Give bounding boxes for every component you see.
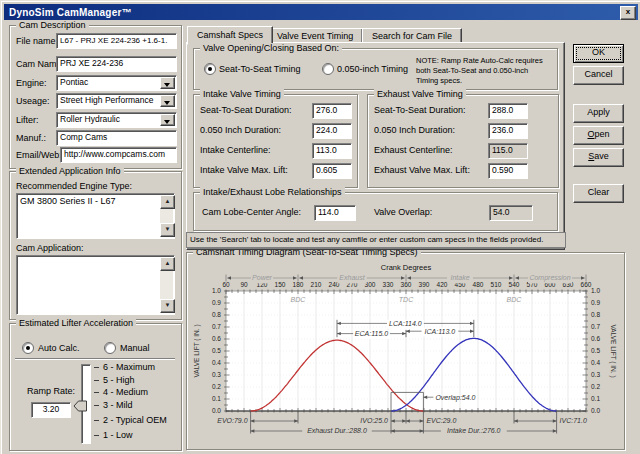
svg-text:0.7: 0.7 [212,323,221,330]
slider-scale-5: 5 - High [103,375,135,385]
exhaust-s2s-duration-input[interactable]: 288.0 [488,103,528,119]
lifter-accel-group: Estimated Lifter Acceleration Auto Calc.… [9,323,182,451]
cam-app-listbox[interactable]: ▲ ▼ [16,255,175,315]
svg-text:EVC:29.0: EVC:29.0 [426,417,456,424]
svg-text:90: 90 [240,281,248,288]
file-name-input[interactable]: L67 - PRJ XE 224-236 +1.6-1. [56,33,177,49]
lifter-accel-title: Estimated Lifter Acceleration [16,318,136,328]
engine-type-listbox[interactable]: GM 3800 Series II - L67 ▲ ▼ [16,193,175,239]
svg-text:VALVE LIFT ( IN. ): VALVE LIFT ( IN. ) [193,324,201,377]
cam-app-label: Cam Application: [16,243,84,253]
save-button[interactable]: Save [573,148,624,167]
svg-text:0.9: 0.9 [591,299,600,306]
ramp-rate-note: NOTE: Ramp Rate Auto-Calc requires both … [416,56,552,85]
divider [15,358,175,359]
intake-max-lift-input[interactable]: 0.605 [312,163,352,179]
cam-app-scrollbar[interactable]: ▲ ▼ [160,257,173,313]
ramp-rate-input[interactable]: 3.20 [31,402,71,418]
email-web-input[interactable]: http://www.compcams.com [60,147,177,163]
exhaust-row-label: 0.050 Inch Duration: [374,125,455,135]
svg-text:390: 390 [419,281,430,288]
exhaust-max-lift-input[interactable]: 0.590 [488,163,528,179]
svg-text:420: 420 [437,281,448,288]
intake-row-label: Intake Valve Max. Lift: [200,165,288,175]
svg-text:Overlap:54.0: Overlap:54.0 [435,394,475,402]
exhaust-row-label: Exhaust Centerline: [374,145,453,155]
intake-s2s-duration-input[interactable]: 276.0 [312,103,352,119]
scroll-up-icon[interactable]: ▲ [160,257,175,271]
exhaust-row-label: Seat-To-Seat Duration: [374,105,466,115]
svg-text:510: 510 [491,281,502,288]
slider-scale-2: 2 - Typical OEM [103,415,167,425]
svg-text:Power: Power [252,274,273,281]
lifter-label: Lifter: [16,115,39,125]
ramp-rate-slider-thumb[interactable] [73,400,88,412]
svg-text:60: 60 [222,281,230,288]
extended-info-title: Extended Application Info [16,166,124,176]
slider-tick [94,380,99,381]
engine-dropdown-arrow-icon[interactable] [160,77,175,89]
title-bar[interactable]: DynoSim CamManager™ x [4,4,638,20]
lobe-title: Intake/Exhaust Lobe Relationships [200,187,345,197]
inch-timing-radio[interactable] [322,63,334,75]
valve-basis-group: Valve Opening/Closing Based On: Seat-To-… [193,48,558,90]
lifter-dropdown[interactable]: Roller Hydraulic [56,112,177,128]
scroll-down-icon[interactable]: ▼ [160,299,175,313]
engine-type-scrollbar[interactable]: ▲ ▼ [160,195,173,237]
svg-text:0.3: 0.3 [212,371,221,378]
exhaust-centerline-input: 115.0 [488,143,528,159]
exhaust-050-duration-input[interactable]: 236.0 [488,123,528,139]
svg-text:210: 210 [311,281,322,288]
svg-text:0.0: 0.0 [591,407,600,414]
cancel-button[interactable]: Cancel [573,66,624,85]
svg-text:0.6: 0.6 [212,335,221,342]
slider-tick [94,420,99,421]
open-button[interactable]: Open [573,126,624,145]
manual-radio[interactable] [104,342,116,354]
engine-label: Engine: [16,78,47,88]
svg-text:0.5: 0.5 [212,347,221,354]
close-icon[interactable]: x [620,6,636,20]
dialog-window: DynoSim CamManager™ x Cam Description Fi… [0,0,640,454]
svg-text:360: 360 [401,281,412,288]
clear-button[interactable]: Clear [573,184,624,203]
ok-button[interactable]: OK [573,44,624,63]
auto-calc-radio[interactable] [22,342,34,354]
svg-text:LCA:114.0: LCA:114.0 [389,320,422,327]
scroll-up-icon[interactable]: ▲ [160,195,175,209]
useage-dropdown[interactable]: Street High Performance [56,93,177,109]
manuf-input[interactable]: Comp Cams [56,130,177,146]
svg-text:Crank Degrees: Crank Degrees [381,263,432,272]
svg-text:0.4: 0.4 [212,359,221,366]
svg-text:Intake: Intake [450,274,469,281]
useage-dropdown-arrow-icon[interactable] [160,95,175,107]
svg-text:150: 150 [275,281,286,288]
hint-bar: Use the 'Search' tab to locate and test … [186,232,566,248]
svg-text:0.6: 0.6 [591,335,600,342]
intake-050-duration-input[interactable]: 224.0 [312,123,352,139]
cam-name-input[interactable]: PRJ XE 224-236 [56,56,177,72]
ramp-rate-label: Ramp Rate: [27,386,75,396]
lifter-dropdown-arrow-icon[interactable] [160,114,175,126]
lobe-center-angle-input[interactable]: 114.0 [314,205,356,221]
apply-button[interactable]: Apply [573,104,624,123]
svg-text:0.2: 0.2 [591,383,600,390]
svg-text:0.1: 0.1 [212,395,221,402]
svg-text:0.8: 0.8 [212,311,221,318]
svg-text:0.5: 0.5 [591,347,600,354]
seat-to-seat-radio[interactable] [204,63,216,75]
useage-label: Useage: [16,96,50,106]
exhaust-timing-title: Exhaust Valve Timing [374,89,466,99]
engine-dropdown[interactable]: Pontiac [56,75,177,91]
svg-text:0.3: 0.3 [591,371,600,378]
slider-tick [94,405,99,406]
intake-timing-title: Intake Valve Timing [200,89,284,99]
manuf-label: Manuf.: [16,133,46,143]
intake-centerline-input[interactable]: 113.0 [312,143,352,159]
svg-text:IVO:25.0: IVO:25.0 [360,417,388,424]
svg-text:0.4: 0.4 [591,359,600,366]
valve-overlap-input: 54.0 [489,205,533,221]
svg-text:480: 480 [473,281,484,288]
scroll-down-icon[interactable]: ▼ [160,223,175,237]
inch-timing-label: 0.050-inch Timing [337,64,408,74]
